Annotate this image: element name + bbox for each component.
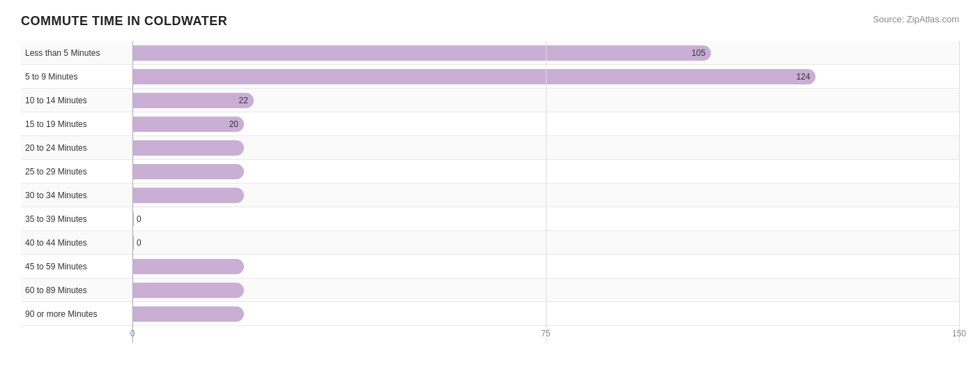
- bar-label: Less than 5 Minutes: [21, 48, 100, 58]
- bar-fill: 124: [132, 69, 816, 84]
- x-tick: 0: [130, 329, 135, 338]
- bar-fill: [132, 188, 244, 203]
- x-tick: 75: [541, 329, 550, 338]
- bar-container: 22: [132, 91, 959, 109]
- bar-value: 0: [137, 238, 141, 248]
- bar-label: 35 to 39 Minutes: [21, 214, 87, 224]
- bar-row: 45 to 59 Minutes6: [21, 255, 959, 278]
- bar-label: 60 to 89 Minutes: [21, 285, 87, 295]
- bar-fill: 20: [132, 117, 244, 132]
- bar-value: 105: [691, 48, 705, 58]
- bar-fill: [132, 140, 244, 156]
- bar-fill: [132, 259, 244, 274]
- bar-row: 10 to 14 Minutes22: [21, 89, 959, 112]
- bar-fill: 22: [132, 93, 254, 108]
- bar-container: 0: [132, 234, 959, 251]
- bar-fill: [132, 164, 244, 179]
- bar-row: 15 to 19 Minutes20: [21, 112, 959, 136]
- chart-title: COMMUTE TIME IN COLDWATER: [21, 14, 227, 29]
- bar-label: 45 to 59 Minutes: [21, 262, 87, 271]
- bar-container: 5: [132, 163, 959, 180]
- bar-container: 105: [132, 44, 959, 61]
- bar-row: 90 or more Minutes1: [21, 302, 959, 326]
- bar-container: 0: [132, 210, 959, 228]
- bar-value: 0: [137, 214, 141, 224]
- bar-value: 22: [239, 96, 248, 105]
- bar-container: 6: [132, 258, 959, 275]
- source-label: Source: ZipAtlas.com: [873, 14, 959, 24]
- x-axis: 075150: [132, 329, 959, 343]
- bar-fill: [132, 283, 244, 298]
- bar-row: Less than 5 Minutes105: [21, 41, 959, 65]
- bar-label: 5 to 9 Minutes: [21, 72, 77, 82]
- bar-container: 20: [132, 115, 959, 133]
- bar-fill: 105: [132, 45, 711, 61]
- bar-container: 8: [132, 281, 959, 299]
- bar-row: 60 to 89 Minutes8: [21, 278, 959, 302]
- bar-label: 15 to 19 Minutes: [21, 119, 87, 129]
- bar-row: 20 to 24 Minutes2: [21, 136, 959, 160]
- bar-label: 20 to 24 Minutes: [21, 143, 87, 153]
- bar-container: 2: [132, 139, 959, 156]
- bar-fill: [132, 235, 134, 251]
- bar-row: 25 to 29 Minutes5: [21, 160, 959, 184]
- bar-container: 1: [132, 305, 959, 322]
- bar-fill: [132, 211, 134, 227]
- bar-value: 20: [229, 119, 238, 129]
- bar-label: 10 to 14 Minutes: [21, 96, 87, 105]
- bar-label: 40 to 44 Minutes: [21, 238, 87, 248]
- chart-wrapper: COMMUTE TIME IN COLDWATER Source: ZipAtl…: [21, 14, 959, 343]
- bar-row: 35 to 39 Minutes0: [21, 207, 959, 231]
- bar-row: 40 to 44 Minutes0: [21, 231, 959, 255]
- chart-header: COMMUTE TIME IN COLDWATER Source: ZipAtl…: [21, 14, 959, 29]
- bar-container: 124: [132, 68, 959, 85]
- bar-label: 30 to 34 Minutes: [21, 191, 87, 200]
- bar-container: 3: [132, 186, 959, 204]
- bar-row: 30 to 34 Minutes3: [21, 184, 959, 207]
- bar-label: 90 or more Minutes: [21, 309, 97, 319]
- bar-fill: [132, 306, 244, 322]
- bar-value: 124: [796, 72, 810, 82]
- bar-label: 25 to 29 Minutes: [21, 167, 87, 177]
- bar-row: 5 to 9 Minutes124: [21, 65, 959, 89]
- chart-area: Less than 5 Minutes1055 to 9 Minutes1241…: [21, 41, 959, 343]
- x-tick: 150: [952, 329, 966, 338]
